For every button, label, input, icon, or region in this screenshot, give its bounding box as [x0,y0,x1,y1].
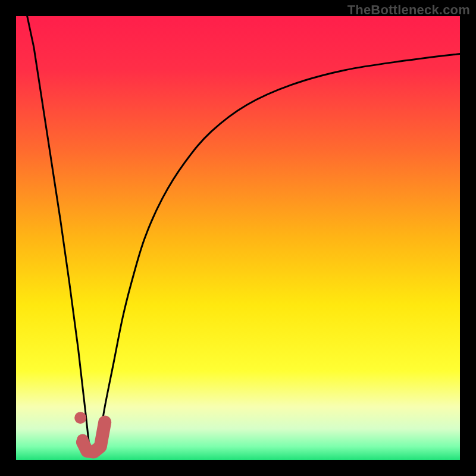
marker-dot-0 [74,412,86,424]
bottleneck-chart [0,0,476,476]
marker-dot-1 [77,434,89,446]
chart-frame: TheBottleneck.com [0,0,476,476]
watermark-text: TheBottleneck.com [347,2,470,18]
